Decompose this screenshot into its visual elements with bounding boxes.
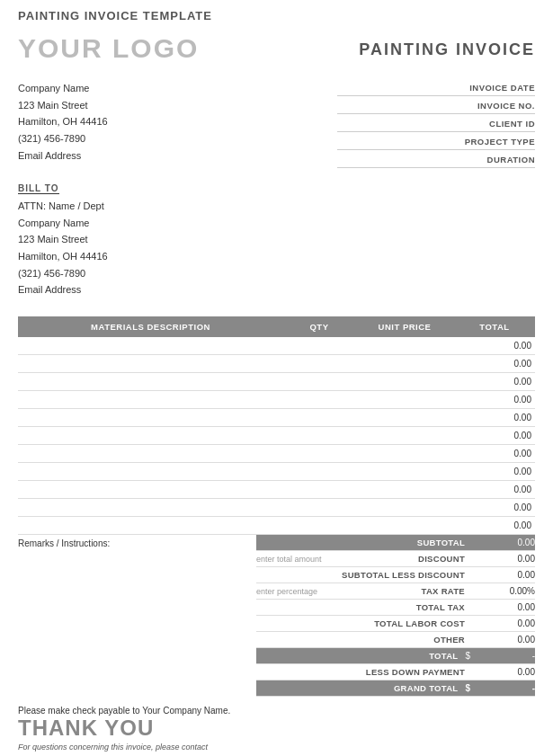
summary-subtotal-value: 0.00 bbox=[472, 538, 535, 547]
summary-other: OTHER 0.00 bbox=[256, 632, 535, 648]
bill-to-section: BILL TO ATTN: Name / Dept Company Name 1… bbox=[18, 179, 535, 307]
meta-invoice-no-label: INVOICE NO. bbox=[337, 101, 535, 111]
summary-grand-total-dollar: $ bbox=[465, 683, 472, 693]
invoice-title: PAINTING INVOICE bbox=[359, 40, 535, 59]
cell-qty-7 bbox=[283, 463, 355, 480]
cell-qty-1 bbox=[283, 355, 355, 372]
summary-labor-cost-value: 0.00 bbox=[472, 618, 535, 628]
col-desc: MATERIALS DESCRIPTION bbox=[18, 320, 283, 334]
table-row: 0.00 bbox=[18, 337, 535, 355]
cell-total-1: 0.00 bbox=[454, 355, 535, 372]
cell-qty-6 bbox=[283, 445, 355, 462]
table-row: 0.00 bbox=[18, 499, 535, 517]
table-row: 0.00 bbox=[18, 517, 535, 535]
meta-duration: DURATION bbox=[337, 152, 535, 168]
cell-qty-10 bbox=[283, 517, 355, 534]
summary-total-tax-label: TOTAL TAX bbox=[256, 602, 472, 612]
table-row: 0.00 bbox=[18, 481, 535, 499]
cell-desc-9 bbox=[18, 499, 283, 516]
col-qty: QTY bbox=[283, 320, 355, 334]
remarks-section: Remarks / Instructions: bbox=[18, 535, 252, 697]
summary-total-dollar: $ bbox=[465, 651, 472, 661]
meta-client-id: CLIENT ID bbox=[337, 116, 535, 132]
cell-up-6 bbox=[355, 445, 454, 462]
cell-total-0: 0.00 bbox=[454, 337, 535, 354]
cell-qty-4 bbox=[283, 409, 355, 426]
summary-sld-value: 0.00 bbox=[472, 570, 535, 580]
materials-table: MATERIALS DESCRIPTION QTY UNIT PRICE TOT… bbox=[18, 316, 535, 535]
cell-total-5: 0.00 bbox=[454, 427, 535, 444]
meta-invoice-no: INVOICE NO. bbox=[337, 98, 535, 114]
cell-up-0 bbox=[355, 337, 454, 354]
summary-grand-total-value: - bbox=[472, 683, 535, 693]
cell-total-8: 0.00 bbox=[454, 481, 535, 498]
cell-total-3: 0.00 bbox=[454, 391, 535, 408]
cell-total-4: 0.00 bbox=[454, 409, 535, 426]
summary-subtotal-less-discount: SUBTOTAL LESS DISCOUNT 0.00 bbox=[256, 567, 535, 583]
meta-duration-label: DURATION bbox=[337, 155, 535, 165]
summary-less-down: LESS DOWN PAYMENT 0.00 bbox=[256, 664, 535, 680]
table-row: 0.00 bbox=[18, 355, 535, 373]
cell-up-8 bbox=[355, 481, 454, 498]
cell-desc-0 bbox=[18, 337, 283, 354]
sender-street: 123 Main Street bbox=[18, 97, 108, 114]
cell-up-5 bbox=[355, 427, 454, 444]
bill-to-block: BILL TO ATTN: Name / Dept Company Name 1… bbox=[18, 179, 108, 298]
cell-desc-4 bbox=[18, 409, 283, 426]
summary-total-value: - bbox=[472, 651, 535, 661]
header-row: YOUR LOGO PAINTING INVOICE bbox=[18, 33, 535, 64]
bill-email: Email Address bbox=[18, 281, 108, 298]
invoice-page: PAINTING INVOICE TEMPLATE YOUR LOGO PAIN… bbox=[0, 0, 553, 756]
cell-up-10 bbox=[355, 517, 454, 534]
sender-info: Company Name 123 Main Street Hamilton, O… bbox=[18, 80, 108, 170]
summary-tax-rate-value: 0.00% bbox=[472, 586, 535, 596]
bill-street: 123 Main Street bbox=[18, 231, 108, 248]
cell-desc-2 bbox=[18, 373, 283, 390]
cell-desc-3 bbox=[18, 391, 283, 408]
cell-total-10: 0.00 bbox=[454, 517, 535, 534]
meta-fields: INVOICE DATE INVOICE NO. CLIENT ID PROJE… bbox=[337, 80, 535, 170]
cell-desc-10 bbox=[18, 517, 283, 534]
bill-attn: ATTN: Name / Dept bbox=[18, 198, 108, 215]
col-total: TOTAL bbox=[454, 320, 535, 334]
bill-city: Hamilton, OH 44416 bbox=[18, 248, 108, 265]
cell-qty-9 bbox=[283, 499, 355, 516]
cell-qty-5 bbox=[283, 427, 355, 444]
cell-up-7 bbox=[355, 463, 454, 480]
summary-grand-total-label: GRAND TOTAL bbox=[256, 683, 465, 693]
cell-up-4 bbox=[355, 409, 454, 426]
meta-client-id-label: CLIENT ID bbox=[337, 119, 535, 129]
cell-desc-6 bbox=[18, 445, 283, 462]
table-row: 0.00 bbox=[18, 391, 535, 409]
footer-left: Please make check payable to Your Compan… bbox=[18, 706, 230, 756]
cell-qty-8 bbox=[283, 481, 355, 498]
table-row: 0.00 bbox=[18, 427, 535, 445]
cell-desc-1 bbox=[18, 355, 283, 372]
bottom-section: Remarks / Instructions: SUBTOTAL 0.00 en… bbox=[18, 535, 535, 697]
summary-less-down-value: 0.00 bbox=[472, 667, 535, 677]
sender-email: Email Address bbox=[18, 147, 108, 165]
cell-qty-3 bbox=[283, 391, 355, 408]
meta-invoice-date-label: INVOICE DATE bbox=[337, 83, 535, 93]
remarks-label: Remarks / Instructions: bbox=[18, 538, 110, 548]
cell-desc-8 bbox=[18, 481, 283, 498]
cell-up-2 bbox=[355, 373, 454, 390]
summary-tax-rate-label: TAX RATE bbox=[321, 586, 472, 596]
cell-desc-5 bbox=[18, 427, 283, 444]
doc-title: PAINTING INVOICE TEMPLATE bbox=[18, 9, 535, 22]
summary-other-value: 0.00 bbox=[472, 635, 535, 645]
summary-discount-prefix: enter total amount bbox=[256, 555, 322, 564]
cell-qty-0 bbox=[283, 337, 355, 354]
summary-grand-total: GRAND TOTAL $ - bbox=[256, 680, 535, 697]
summary-discount-value: 0.00 bbox=[472, 554, 535, 564]
summary-labor-cost-label: TOTAL LABOR COST bbox=[256, 618, 472, 628]
sender-name: Company Name bbox=[18, 80, 108, 97]
meta-project-type-label: PROJECT TYPE bbox=[337, 137, 535, 147]
summary-sld-label: SUBTOTAL LESS DISCOUNT bbox=[256, 570, 472, 580]
summary-discount-label: DISCOUNT bbox=[326, 554, 472, 564]
cell-up-1 bbox=[355, 355, 454, 372]
sender-city: Hamilton, OH 44416 bbox=[18, 113, 108, 130]
meta-invoice-date: INVOICE DATE bbox=[337, 80, 535, 96]
summary-other-label: OTHER bbox=[256, 635, 472, 645]
footer-section: Please make check payable to Your Compan… bbox=[18, 706, 535, 756]
